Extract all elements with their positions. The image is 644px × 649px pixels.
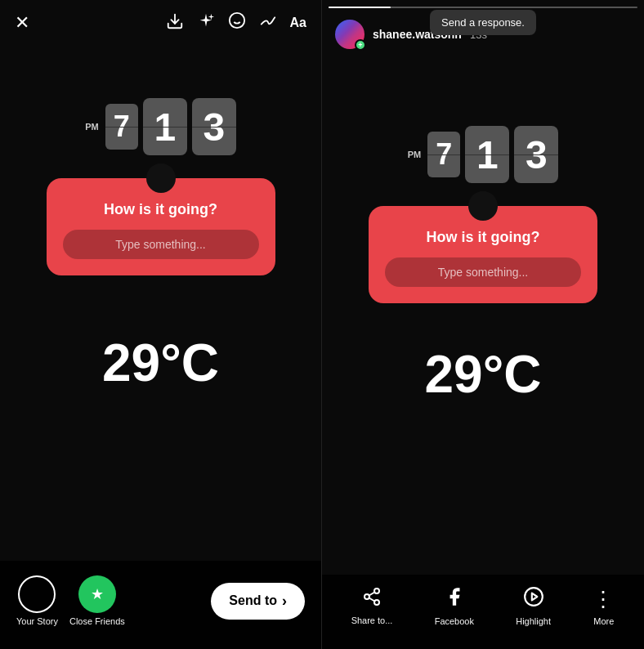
minute2-card-left: 3 — [192, 98, 236, 155]
hour-card-left: 7 — [105, 104, 138, 150]
your-story-circle — [18, 575, 56, 613]
input-placeholder-right: Type something... — [438, 266, 529, 279]
your-story-label: Your Story — [16, 616, 58, 626]
sparkle-icon[interactable] — [197, 12, 215, 34]
card-notch-right — [468, 191, 498, 221]
sticker-icon[interactable] — [228, 11, 246, 34]
more-icon: ⋮ — [593, 587, 615, 612]
more-label: More — [593, 616, 614, 626]
more-button[interactable]: ⋮ More — [593, 587, 615, 626]
minute2-card-right: 3 — [514, 126, 558, 183]
hour-card-right: 7 — [427, 132, 460, 177]
question-input-right[interactable]: Type something... — [385, 257, 581, 287]
bottom-bar-right: Share to... Facebook Highlight ⋮ More — [322, 575, 644, 649]
close-icon[interactable]: ✕ — [15, 12, 29, 34]
draw-icon[interactable] — [259, 11, 277, 34]
close-friends-label: Close Friends — [69, 616, 125, 626]
highlight-label: Highlight — [516, 616, 551, 626]
response-tooltip: Send a response. — [430, 10, 536, 35]
card-notch-left — [146, 163, 176, 193]
flip-clock-left: PM 7 1 3 — [85, 98, 236, 155]
close-friends-circle: ★ — [78, 575, 116, 613]
svg-point-1 — [229, 13, 244, 28]
toolbar-right-icons: Aa — [166, 11, 306, 34]
left-toolbar: ✕ — [0, 0, 321, 46]
share-icon — [362, 587, 382, 611]
send-to-chevron: › — [282, 593, 287, 610]
share-to-label: Share to... — [351, 615, 393, 625]
highlight-button[interactable]: Highlight — [516, 586, 551, 626]
svg-point-9 — [525, 588, 543, 606]
svg-line-8 — [369, 593, 375, 596]
your-story-button[interactable]: Your Story — [16, 575, 58, 626]
facebook-button[interactable]: Facebook — [435, 586, 474, 626]
svg-marker-10 — [531, 593, 537, 601]
facebook-icon — [444, 586, 465, 612]
story-options: Your Story ★ Close Friends — [16, 575, 125, 626]
highlight-icon — [523, 586, 544, 612]
question-card-right: How is it going? Type something... — [369, 206, 597, 303]
minute1-card-left: 1 — [143, 98, 187, 155]
temperature-right: 29°C — [425, 344, 542, 405]
question-input-left[interactable]: Type something... — [63, 230, 259, 259]
right-panel: + shanee.watsonn 13s PM 7 1 3 How is it … — [322, 0, 644, 649]
temperature-left: 29°C — [102, 333, 219, 393]
svg-line-7 — [369, 598, 375, 602]
question-text-right: How is it going? — [427, 229, 540, 246]
question-card-left: How is it going? Type something... — [47, 178, 275, 275]
flip-clock-right: PM 7 1 3 — [408, 126, 559, 183]
download-icon[interactable] — [166, 12, 184, 34]
bottom-bar-left: Your Story ★ Close Friends Send to › — [0, 561, 321, 649]
send-to-button[interactable]: Send to › — [211, 583, 305, 620]
avatar[interactable]: + — [335, 20, 364, 49]
left-panel: ✕ — [0, 0, 322, 649]
input-placeholder-left: Type something... — [115, 238, 206, 251]
question-text-left: How is it going? — [104, 201, 217, 218]
close-friends-button[interactable]: ★ Close Friends — [69, 575, 125, 626]
avatar-plus-icon: + — [355, 39, 366, 51]
share-to-button[interactable]: Share to... — [351, 587, 393, 625]
period-right: PM — [408, 150, 422, 159]
text-icon[interactable]: Aa — [290, 16, 306, 30]
send-to-label: Send to — [229, 593, 277, 608]
minute1-card-right: 1 — [465, 126, 509, 183]
period-left: PM — [85, 122, 99, 132]
facebook-label: Facebook — [435, 616, 474, 626]
